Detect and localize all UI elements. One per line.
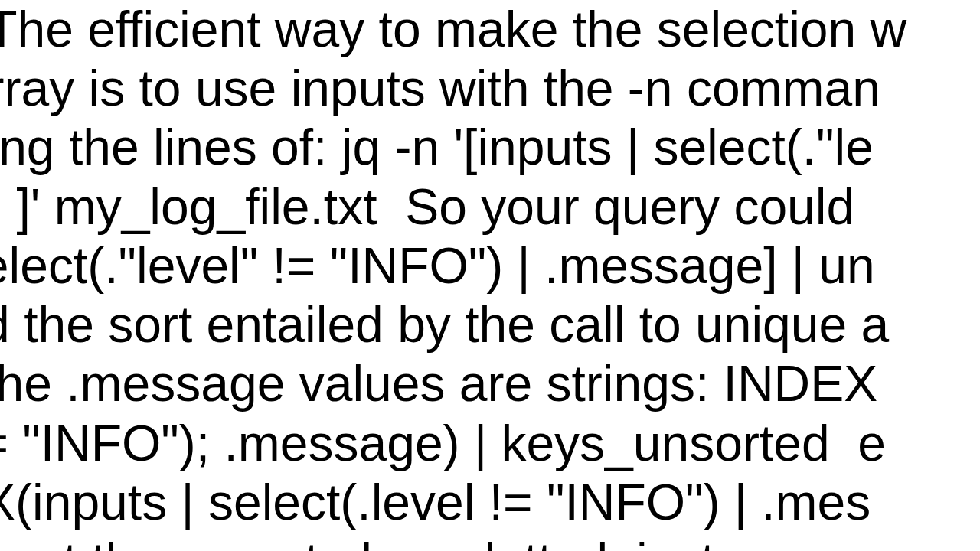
text-line: ver 1: The efficient way to make the sel… xyxy=(0,1,906,57)
text-line: level != "INFO"); .message) | keys_unsor… xyxy=(0,415,886,471)
text-line: INDEX(inputs | select(.level != "INFO") … xyxy=(0,474,871,530)
text-line: uts | select(."level" != "INFO") | .mess… xyxy=(0,237,875,294)
text-line: on, along the lines of: jq -n '[inputs |… xyxy=(0,119,874,175)
text-line: INFO") ]' my_log_file.txt So your query … xyxy=(0,178,869,235)
text-line: o avoid the sort entailed by the call to… xyxy=(0,296,889,353)
answer-text-block: ver 1: The efficient way to make the sel… xyxy=(0,0,906,551)
text-line: g an array is to use inputs with the -n … xyxy=(0,60,880,116)
text-line: f you want the array to be splatted, jus… xyxy=(0,533,870,551)
text-line: ng all the .message values are strings: … xyxy=(0,355,877,412)
